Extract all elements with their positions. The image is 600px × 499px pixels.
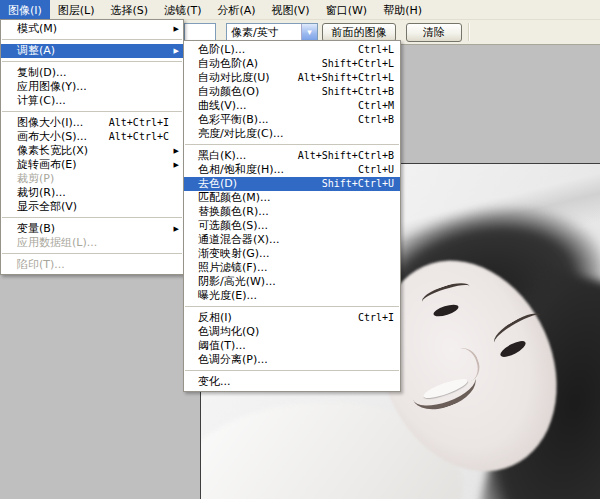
menu-item-replace-color[interactable]: 替换颜色(R)... [184,205,400,219]
menu-item-auto-color[interactable]: 自动颜色(O)Shift+Ctrl+B [184,85,400,99]
menubar-item-filter[interactable]: 滤镜(T) [156,0,209,19]
menu-item-image-size[interactable]: 图像大小(I)...Alt+Ctrl+I [1,116,183,130]
menu-item-label: 匹配颜色(M)... [198,191,271,205]
menubar-item-analysis[interactable]: 分析(A) [209,0,263,19]
crop-resolution-input[interactable] [184,23,216,41]
menu-item-curves[interactable]: 曲线(V)...Ctrl+M [184,99,400,113]
menu-item-variations[interactable]: 变化... [184,375,400,389]
menu-item-label: 图像大小(I)... [17,116,83,130]
menu-item-shortcut: Shift+Ctrl+U [322,177,394,191]
menubar-item-select[interactable]: 选择(S) [103,0,157,19]
menubar-item-help[interactable]: 帮助(H) [375,0,430,19]
menu-item-levels[interactable]: 色阶(L)...Ctrl+L [184,43,400,57]
menu-item-label: 裁切(R)... [17,186,66,200]
adjustments-submenu: 色阶(L)...Ctrl+L自动色阶(A)Shift+Ctrl+L自动对比度(U… [183,40,401,392]
menu-item-shortcut: Alt+Ctrl+I [109,116,177,130]
menu-item-label: 可选颜色(S)... [198,219,268,233]
menu-item-shortcut: Alt+Shift+Ctrl+B [298,149,394,163]
chevron-down-icon[interactable]: ▾ [301,24,317,40]
menu-item-label: 显示全部(V) [17,200,77,214]
menu-item-auto-levels[interactable]: 自动色阶(A)Shift+Ctrl+L [184,57,400,71]
menu-separator [2,61,182,63]
menubar-item-window[interactable]: 窗口(W) [318,0,375,19]
menu-item-label: 曲线(V)... [198,99,247,113]
menu-item-label: 复制(D)... [17,66,67,80]
submenu-arrow-icon: ▶ [174,222,179,236]
menu-item-calculations[interactable]: 计算(C)... [1,94,183,108]
menu-item-shortcut: Ctrl+I [358,311,394,325]
submenu-arrow-icon: ▶ [174,44,179,58]
menu-item-pixel-aspect-ratio[interactable]: 像素长宽比(X)▶ [1,144,183,158]
menu-item-brightness-contrast[interactable]: 亮度/对比度(C)... [184,127,400,141]
menu-item-hue-saturation[interactable]: 色相/饱和度(H)...Ctrl+U [184,163,400,177]
menu-item-adjustments[interactable]: 调整(A)▶ [1,44,183,58]
unit-select-value: 像素/英寸 [231,25,279,40]
menu-item-shortcut: Ctrl+U [358,163,394,177]
menu-item-desaturate[interactable]: 去色(D)Shift+Ctrl+U [184,177,400,191]
menu-item-channel-mixer[interactable]: 通道混合器(X)... [184,233,400,247]
menu-separator [185,306,399,308]
menu-item-shortcut: Ctrl+L [358,43,394,57]
menu-item-black-white[interactable]: 黑白(K)...Alt+Shift+Ctrl+B [184,149,400,163]
menu-item-trim[interactable]: 裁切(R)... [1,186,183,200]
menu-item-shortcut: Shift+Ctrl+B [322,85,394,99]
menu-item-match-color[interactable]: 匹配颜色(M)... [184,191,400,205]
menu-item-label: 阴影/高光(W)... [198,275,276,289]
menu-item-label: 通道混合器(X)... [198,233,280,247]
menu-item-apply-data-set: 应用数据组(L)... [1,236,183,250]
submenu-arrow-icon: ▶ [174,158,179,172]
menu-item-shortcut: Ctrl+M [358,99,394,113]
menu-item-canvas-size[interactable]: 画布大小(S)...Alt+Ctrl+C [1,130,183,144]
menu-item-label: 色阶(L)... [198,43,245,57]
menu-item-photo-filter[interactable]: 照片滤镜(F)... [184,261,400,275]
menu-item-invert[interactable]: 反相(I)Ctrl+I [184,311,400,325]
menu-item-shortcut: Alt+Ctrl+C [109,130,177,144]
menu-item-label: 旋转画布(E) [17,158,77,172]
menu-item-label: 画布大小(S)... [17,130,87,144]
menu-item-label: 像素长宽比(X) [17,144,88,158]
menu-item-crop: 裁剪(P) [1,172,183,186]
menu-item-duplicate[interactable]: 复制(D)... [1,66,183,80]
menu-item-shadow-highlight[interactable]: 阴影/高光(W)... [184,275,400,289]
menu-item-selective-color[interactable]: 可选颜色(S)... [184,219,400,233]
menu-item-color-balance[interactable]: 色彩平衡(B)...Ctrl+B [184,113,400,127]
submenu-arrow-icon: ▶ [174,144,179,158]
menu-item-label: 变化... [198,375,231,389]
menu-item-gradient-map[interactable]: 渐变映射(G)... [184,247,400,261]
menu-item-equalize[interactable]: 色调均化(Q) [184,325,400,339]
menu-item-mode[interactable]: 模式(M)▶ [1,22,183,36]
menu-item-variables[interactable]: 变量(B)▶ [1,222,183,236]
menu-item-label: 应用图像(Y)... [17,80,87,94]
menubar-item-layer[interactable]: 图层(L) [50,0,103,19]
menu-item-exposure[interactable]: 曝光度(E)... [184,289,400,303]
menu-separator [2,111,182,113]
menu-item-posterize[interactable]: 色调分离(P)... [184,353,400,367]
menu-separator [185,370,399,372]
unit-select[interactable]: 像素/英寸 ▾ [226,23,318,41]
menu-item-label: 色彩平衡(B)... [198,113,269,127]
menu-item-label: 裁剪(P) [17,172,54,186]
menu-separator [2,39,182,41]
menubar-item-image[interactable]: 图像(I) [0,0,50,19]
menu-item-label: 计算(C)... [17,94,66,108]
menu-item-label: 替换颜色(R)... [198,205,269,219]
menu-item-label: 色调分离(P)... [198,353,268,367]
menu-item-reveal-all[interactable]: 显示全部(V) [1,200,183,214]
menu-item-label: 色调均化(Q) [198,325,259,339]
menubar: 图像(I)图层(L)选择(S)滤镜(T)分析(A)视图(V)窗口(W)帮助(H) [0,0,600,20]
menu-item-auto-contrast[interactable]: 自动对比度(U)Alt+Shift+Ctrl+L [184,71,400,85]
menu-item-threshold[interactable]: 阈值(T)... [184,339,400,353]
menu-item-label: 照片滤镜(F)... [198,261,267,275]
menu-item-label: 反相(I) [198,311,232,325]
menu-item-label: 自动颜色(O) [198,85,259,99]
clear-button[interactable]: 清除 [406,23,462,42]
menu-item-label: 阈值(T)... [198,339,246,353]
menu-item-label: 自动对比度(U) [198,71,270,85]
menubar-item-view[interactable]: 视图(V) [264,0,318,19]
menu-item-rotate-canvas[interactable]: 旋转画布(E)▶ [1,158,183,172]
menu-item-shortcut: Ctrl+B [358,113,394,127]
submenu-arrow-icon: ▶ [174,22,179,36]
menu-item-shortcut: Shift+Ctrl+L [322,57,394,71]
menu-item-trap: 陷印(T)... [1,258,183,272]
menu-item-apply-image[interactable]: 应用图像(Y)... [1,80,183,94]
